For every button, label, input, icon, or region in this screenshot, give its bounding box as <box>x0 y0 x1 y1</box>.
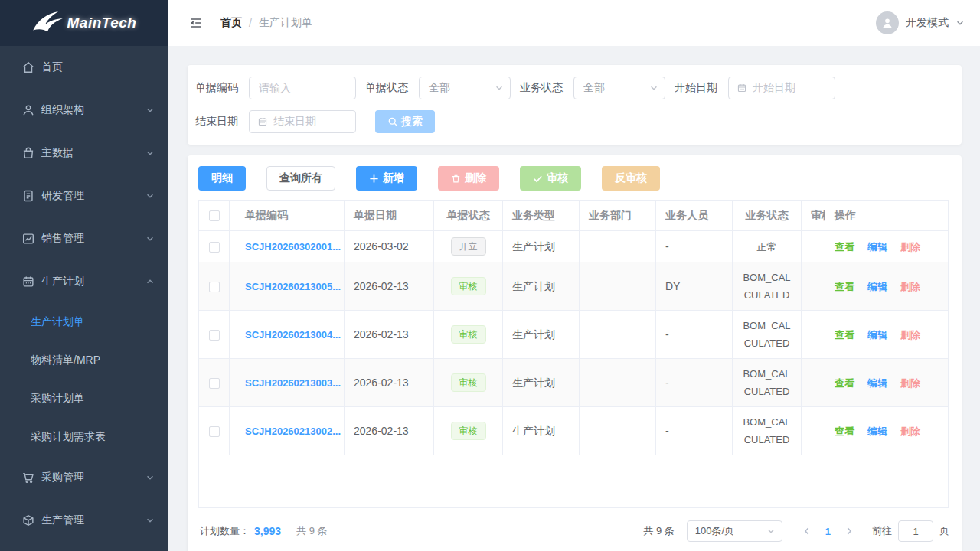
row-checkbox[interactable] <box>209 282 220 292</box>
prev-page-icon[interactable] <box>796 527 818 536</box>
view-link[interactable]: 查看 <box>835 329 854 341</box>
column-header-code: 单据编码 <box>230 201 345 231</box>
sidebar-item-sales-management[interactable]: 销售管理 <box>0 217 168 260</box>
trash-icon <box>451 174 461 184</box>
end-date-label: 结束日期 <box>195 115 241 129</box>
sidebar: MainTech 首页 组织架构 主数据 研发管理 <box>0 0 168 551</box>
sidebar-item-production-plan[interactable]: 生产计划 <box>0 260 168 303</box>
audit-button[interactable]: 审核 <box>520 166 581 191</box>
select-all-checkbox[interactable] <box>209 210 220 221</box>
doc-code-link[interactable]: SCJH20260213002... <box>245 425 341 437</box>
sidebar-item-purchase-management[interactable]: 采购管理 <box>0 456 168 499</box>
table-row: SCJH20260213005... 2026-02-13 审核 生产计划 DY… <box>199 262 948 311</box>
sidebar-item-label: 研发管理 <box>41 189 145 203</box>
doc-code-link[interactable]: SCJH20260213005... <box>245 281 341 292</box>
user-icon <box>21 103 35 117</box>
edit-link[interactable]: 编辑 <box>867 425 887 437</box>
sidebar-item-label: 销售管理 <box>41 232 145 246</box>
row-checkbox[interactable] <box>209 378 220 389</box>
delete-link[interactable]: 删除 <box>900 425 920 437</box>
breadcrumb-separator: / <box>249 17 252 29</box>
calendar-icon <box>737 83 747 93</box>
delete-link[interactable]: 删除 <box>900 281 920 292</box>
table-row: SCJH20260302001... 2026-03-02 开立 生产计划 - … <box>199 231 948 262</box>
sidebar-item-master-data[interactable]: 主数据 <box>0 132 168 174</box>
view-link[interactable]: 查看 <box>835 377 854 389</box>
chevron-down-icon <box>145 191 155 201</box>
table-row: SCJH20260213004... 2026-02-13 审核 生产计划 - … <box>199 311 948 359</box>
column-header-dept: 业务部门 <box>580 201 656 231</box>
bag-icon <box>21 146 35 160</box>
delete-button[interactable]: 删除 <box>438 166 499 191</box>
page-size-select[interactable]: 100条/页 <box>687 520 782 542</box>
sidebar-item-label: 生产管理 <box>41 514 145 527</box>
biz-status-label: 业务状态 <box>520 81 566 95</box>
query-all-button[interactable]: 查询所有 <box>266 166 335 191</box>
view-link[interactable]: 查看 <box>835 281 854 292</box>
document-icon <box>21 189 35 203</box>
doc-code-input[interactable] <box>249 77 356 99</box>
goto-page-input[interactable] <box>898 520 933 542</box>
calendar-icon <box>21 275 35 289</box>
chevron-down-icon <box>956 18 965 28</box>
view-link[interactable]: 查看 <box>835 425 854 437</box>
chevron-down-icon <box>145 106 155 115</box>
chevron-down-icon <box>649 83 658 93</box>
sidebar-subitem-purchase-plan-order[interactable]: 采购计划单 <box>0 380 168 418</box>
detail-button[interactable]: 明细 <box>198 166 246 191</box>
app-logo: MainTech <box>0 0 168 46</box>
search-button[interactable]: 搜索 <box>375 110 435 133</box>
chevron-down-icon <box>145 234 155 243</box>
delete-link[interactable]: 删除 <box>900 241 920 253</box>
pagination-bar: 计划数量： 3,993 共 9 条 共 9 条 100条/页 1 <box>198 520 951 542</box>
sidebar-subitem-bom-mrp[interactable]: 物料清单/MRP <box>0 341 168 380</box>
plus-icon <box>369 174 379 184</box>
filter-panel: 单据编码 单据状态 全部 业务状态 全部 <box>188 65 962 145</box>
top-header: 首页 / 生产计划单 开发模式 <box>168 0 980 46</box>
start-date-input[interactable]: 开始日期 <box>728 77 835 99</box>
menu-fold-icon[interactable] <box>188 15 204 31</box>
view-link[interactable]: 查看 <box>835 241 854 253</box>
box-icon <box>21 514 35 527</box>
doc-code-link[interactable]: SCJH20260302001... <box>245 241 341 253</box>
user-mode-label: 开发模式 <box>906 16 949 30</box>
sidebar-item-production-management[interactable]: 生产管理 <box>0 499 168 542</box>
end-date-input[interactable]: 结束日期 <box>249 110 356 133</box>
chevron-down-icon <box>766 527 776 536</box>
unaudit-button[interactable]: 反审核 <box>602 166 660 191</box>
breadcrumb-home[interactable]: 首页 <box>220 16 242 30</box>
column-header-person: 业务人员 <box>656 201 733 231</box>
row-checkbox[interactable] <box>209 426 220 437</box>
delete-link[interactable]: 删除 <box>900 329 920 341</box>
chevron-up-icon <box>145 277 155 286</box>
column-header-ops: 操作 <box>825 201 948 231</box>
total-count-left: 共 9 条 <box>296 524 327 538</box>
sidebar-subitem-purchase-plan-demand[interactable]: 采购计划需求表 <box>0 418 168 456</box>
sidebar-subitem-production-plan-order[interactable]: 生产计划单 <box>0 303 168 341</box>
edit-link[interactable]: 编辑 <box>867 329 887 341</box>
check-icon <box>533 174 543 184</box>
next-page-icon[interactable] <box>838 527 860 536</box>
sidebar-item-home[interactable]: 首页 <box>0 46 168 89</box>
plan-qty-value: 3,993 <box>254 525 281 537</box>
cart-icon <box>21 471 35 484</box>
add-button[interactable]: 新增 <box>356 166 417 191</box>
doc-status-select[interactable]: 全部 <box>419 77 511 99</box>
edit-link[interactable]: 编辑 <box>867 281 887 292</box>
sidebar-item-rd-management[interactable]: 研发管理 <box>0 174 168 217</box>
table-row: SCJH20260213002... 2026-02-13 审核 生产计划 - … <box>199 407 948 455</box>
row-checkbox[interactable] <box>209 330 220 341</box>
sidebar-item-label: 组织架构 <box>41 103 145 117</box>
page-number[interactable]: 1 <box>818 526 838 537</box>
row-checkbox[interactable] <box>209 242 220 253</box>
edit-link[interactable]: 编辑 <box>867 241 887 253</box>
doc-code-link[interactable]: SCJH20260213003... <box>245 377 341 389</box>
doc-code-link[interactable]: SCJH20260213004... <box>245 329 341 341</box>
sidebar-item-organization[interactable]: 组织架构 <box>0 89 168 132</box>
doc-status-label: 单据状态 <box>365 81 411 95</box>
edit-link[interactable]: 编辑 <box>867 377 887 389</box>
sidebar-item-label: 首页 <box>41 60 155 74</box>
delete-link[interactable]: 删除 <box>900 377 920 389</box>
biz-status-select[interactable]: 全部 <box>573 77 665 99</box>
user-menu[interactable]: 开发模式 <box>876 11 965 34</box>
